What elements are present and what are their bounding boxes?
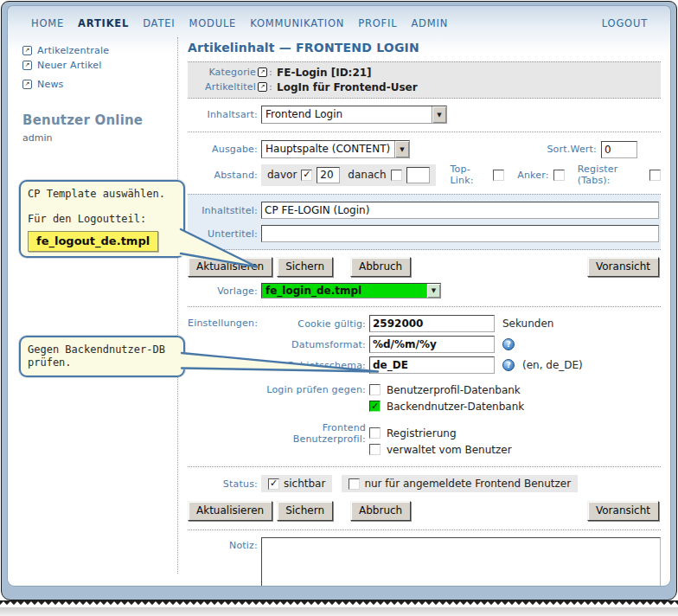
status-label: Status: <box>188 478 261 490</box>
external-link-icon[interactable] <box>258 67 267 77</box>
frontend-benutzerprofil-label: Frontend Benutzerprofil: <box>261 422 369 445</box>
inhaltstitel-row: Inhaltstitel: <box>188 202 661 219</box>
danach-checkbox[interactable] <box>391 170 402 181</box>
top-nav: HOME ARTIKEL DATEI MODULE KOMMUNIKATION … <box>8 6 670 37</box>
cookie-row: Cookie gültig: Sekunden <box>261 313 661 334</box>
vorlage-select[interactable]: fe_login_de.tmpl <box>261 283 441 298</box>
davor-label: davor <box>267 169 297 181</box>
anker-checkbox[interactable] <box>553 170 565 181</box>
logout-link[interactable]: LOGOUT <box>602 17 648 29</box>
divider <box>188 529 661 530</box>
untertitel-label: Untertitel: <box>188 228 261 240</box>
aktualisieren-button[interactable]: Aktualisieren <box>188 501 272 521</box>
torn-edge-decoration <box>0 600 678 607</box>
sidebar-item-neuer-artikel[interactable]: Neuer Artikel <box>22 60 177 71</box>
nur-frontend-label: nur für angemeldete Frontend Benutzer <box>364 478 571 490</box>
arrow-link-icon <box>22 80 32 89</box>
sidebar-item-news[interactable]: News <box>22 79 177 90</box>
sidebar-item-artikelzentrale[interactable]: Artikelzentrale <box>22 45 177 56</box>
arrow-link-icon <box>22 46 32 55</box>
sichtbar-group: sichtbar <box>261 475 332 492</box>
inhaltstitel-input[interactable] <box>261 202 659 219</box>
screenshot-root: HOME ARTIKEL DATEI MODULE KOMMUNIKATION … <box>0 0 678 616</box>
anker-label: Anker: <box>517 170 548 181</box>
toplink-label: Top-Link: <box>451 164 489 186</box>
backendnutzer-db-checkbox[interactable] <box>369 401 381 412</box>
page-title: Artikelinhalt — FRONTEND LOGIN <box>188 41 661 55</box>
einstellungen-section: Einstellungen: Cookie gültig: Sekunden D… <box>188 307 661 466</box>
article-meta-box: Kategorie : FE-Login [ID:21] Artikeltite… <box>188 61 661 99</box>
ausgabe-row: Ausgabe: Hauptspalte (CONTENT) Sort.Wert… <box>188 140 661 158</box>
nur-frontend-group: nur für angemeldete Frontend Benutzer <box>342 475 578 492</box>
vorlage-label: Vorlage: <box>188 286 261 297</box>
below-frame-area <box>0 607 678 616</box>
abstand-row: Abstand: davor danach Top-Link: Anker: R… <box>188 164 661 186</box>
sidebar-item-label: Artikelzentrale <box>37 45 109 56</box>
callout-text: CP Template auswählen. <box>28 188 176 201</box>
davor-checkbox[interactable] <box>301 170 312 181</box>
chevron-down-icon[interactable] <box>394 141 409 157</box>
sichern-button[interactable]: Sichern <box>277 501 333 521</box>
toplink-checkbox[interactable] <box>493 170 504 181</box>
gebietsschema-label: Gebietsschema: <box>261 360 369 371</box>
abbruch-button[interactable]: Abbruch <box>350 501 411 521</box>
artikeltitel-value: LogIn für Frontend-User <box>277 81 418 93</box>
nav-item-profil[interactable]: PROFIL <box>358 17 397 29</box>
register-label: Register (Tabs): <box>578 164 645 186</box>
checkbox-label: Benutzerprofil-Datenbank <box>387 384 521 396</box>
sort-wert-label: Sort.Wert: <box>547 144 597 155</box>
button-row-bottom: Aktualisieren Sichern Abbruch Voransicht <box>188 501 661 521</box>
gebietsschema-input[interactable] <box>369 356 495 374</box>
columns: Artikelzentrale Neuer Artikel News Benut… <box>8 37 670 574</box>
callout-text: Gegen Backendnutzer-DB <box>28 343 176 356</box>
external-link-icon[interactable] <box>258 82 267 92</box>
divider <box>188 466 661 467</box>
nav-item-kommunikation[interactable]: KOMMUNIKATION <box>250 17 344 29</box>
untertitel-input[interactable] <box>261 225 659 242</box>
notiz-label: Notiz: <box>188 537 261 551</box>
abbruch-button[interactable]: Abbruch <box>350 257 411 277</box>
help-icon[interactable] <box>502 359 515 371</box>
nav-item-artikel[interactable]: ARTIKEL <box>78 17 129 29</box>
verwaltet-checkbox[interactable] <box>369 444 381 455</box>
callout-backend-hint: Gegen Backendnutzer-DB prüfen. <box>19 336 185 377</box>
gebietsschema-suffix: (en, de_DE) <box>522 359 583 371</box>
sichern-button[interactable]: Sichern <box>277 257 333 277</box>
notiz-textarea[interactable] <box>261 537 661 586</box>
checkbox-label: Registrierung <box>387 427 457 440</box>
divider <box>188 132 661 132</box>
sort-wert-input[interactable] <box>601 141 637 158</box>
ausgabe-label: Ausgabe: <box>188 144 261 155</box>
registrierung-checkbox[interactable] <box>369 427 381 439</box>
titles-box: Inhaltstitel: Untertitel: <box>188 194 661 250</box>
inhaltsart-select[interactable]: Frontend Login <box>261 106 447 124</box>
login-pruefen-row-1: Login prüfen gegen: Benutzerprofil-Daten… <box>261 382 661 398</box>
datumsformat-input[interactable] <box>369 336 495 353</box>
nav-item-home[interactable]: HOME <box>31 17 64 29</box>
chevron-down-icon[interactable] <box>426 284 440 298</box>
aktualisieren-button[interactable]: Aktualisieren <box>188 257 272 277</box>
kategorie-row: Kategorie : FE-Login [ID:21] <box>188 65 661 80</box>
nav-item-datei[interactable]: DATEI <box>143 17 175 29</box>
sichtbar-label: sichtbar <box>284 478 325 490</box>
login-pruefen-row-2: Backendnutzer-Datenbank <box>261 398 661 414</box>
register-checkbox[interactable] <box>649 170 661 181</box>
kategorie-value: FE-Login [ID:21] <box>277 67 372 79</box>
artikeltitel-row: Artikeltitel : LogIn für Frontend-User <box>188 80 661 94</box>
danach-input[interactable] <box>406 167 430 183</box>
nav-item-admin[interactable]: ADMIN <box>411 17 448 29</box>
benutzerprofil-db-checkbox[interactable] <box>369 384 381 395</box>
ausgabe-select[interactable]: Hauptspalte (CONTENT) <box>261 140 410 158</box>
davor-input[interactable] <box>317 167 340 183</box>
voransicht-button[interactable]: Voransicht <box>587 501 659 521</box>
voransicht-button[interactable]: Voransicht <box>587 257 659 277</box>
nur-frontend-checkbox[interactable] <box>349 478 360 490</box>
cookie-input[interactable] <box>369 315 495 332</box>
chevron-down-icon[interactable] <box>432 106 446 123</box>
help-icon[interactable] <box>502 338 515 350</box>
benutzerprofil-row-1: Frontend Benutzerprofil: Registrierung <box>261 425 661 441</box>
notiz-row: Notiz: <box>188 537 661 586</box>
nav-item-module[interactable]: MODULE <box>189 17 236 29</box>
callout-template-hint: CP Template auswählen. Für den Logouttei… <box>19 180 185 258</box>
sichtbar-checkbox[interactable] <box>268 478 279 490</box>
